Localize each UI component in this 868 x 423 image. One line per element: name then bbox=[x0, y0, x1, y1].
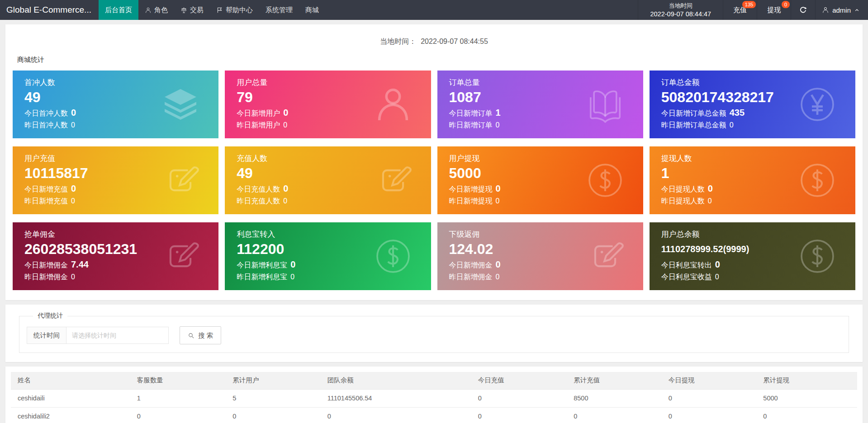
stat-card: 首冲人数 49 今日首冲人数0 昨日首冲人数0 bbox=[13, 70, 218, 138]
table-cell: 8500 bbox=[567, 389, 662, 407]
stat-card-line3-label: 昨日新增用户 bbox=[237, 121, 280, 129]
stat-card-line2-value: 1 bbox=[496, 108, 501, 118]
stat-card-line3: 昨日新增提现0 bbox=[449, 195, 631, 207]
table-cell: 0 bbox=[471, 389, 567, 407]
stat-card-line3-value: 0 bbox=[715, 273, 719, 281]
stat-card-title: 用户提现 bbox=[449, 154, 631, 164]
stat-card-title: 用户总量 bbox=[237, 78, 419, 88]
stat-card: 用户充值 10115817 今日新增充值0 昨日新增充值0 bbox=[13, 146, 218, 214]
stat-card-line2-value: 435 bbox=[730, 108, 745, 118]
refresh-button[interactable] bbox=[791, 0, 815, 20]
stat-card-line3: 昨日新增利息宝0 bbox=[237, 271, 419, 283]
table-header-cell: 累计充值 bbox=[567, 372, 662, 389]
stat-card-line3-label: 昨日提现人数 bbox=[661, 197, 705, 205]
table-cell: 0 bbox=[567, 407, 662, 423]
stat-card-title: 订单总金额 bbox=[661, 78, 844, 88]
stat-card-line2-value: 0 bbox=[708, 183, 713, 193]
stat-cards-grid: 首冲人数 49 今日首冲人数0 昨日首冲人数0 用户总量 79 今日新增用户0 … bbox=[5, 65, 863, 300]
stat-card-line2: 今日新增利息宝0 bbox=[237, 258, 419, 271]
stat-card-value: 79 bbox=[237, 89, 419, 106]
withdraw-button[interactable]: 提现 0 bbox=[757, 0, 791, 20]
withdraw-label: 提现 bbox=[767, 6, 781, 14]
stat-card-line2-value: 0 bbox=[290, 259, 295, 269]
stat-card: 用户提现 5000 今日新增提现0 昨日新增提现0 bbox=[437, 146, 643, 214]
stat-card-title: 提现人数 bbox=[661, 154, 844, 164]
stat-card-line2: 今日新增充值0 bbox=[24, 183, 207, 195]
navbar-local-time: 当地时间 2022-09-07 08:44:47 bbox=[638, 0, 723, 20]
nav-item-label: 后台首页 bbox=[105, 0, 132, 20]
nav-item-label: 商城 bbox=[305, 0, 319, 20]
stat-card-line3-value: 0 bbox=[496, 273, 500, 281]
stat-card-line3: 昨日新增用户0 bbox=[237, 119, 419, 131]
stat-card-line2: 今日利息宝转出0 bbox=[661, 258, 844, 271]
table-cell: 0 bbox=[756, 407, 857, 423]
stat-card-line2-label: 今日新增提现 bbox=[449, 185, 493, 193]
panel-local-time: 当地时间：2022-09-07 08:44:55 bbox=[5, 24, 863, 47]
stat-card: 订单总量 1087 今日新增订单1 昨日新增订单0 bbox=[437, 70, 643, 138]
stat-card-line2-label: 今日新增充值 bbox=[24, 185, 68, 193]
agent-stats-panel: 代理统计 统计时间 搜 索 bbox=[5, 305, 863, 362]
nav-item[interactable]: 交易 bbox=[174, 0, 210, 20]
stat-card-title: 抢单佣金 bbox=[24, 230, 207, 240]
table-cell: 0 bbox=[662, 407, 757, 423]
search-icon bbox=[188, 332, 194, 339]
nav-item[interactable]: 帮助中心 bbox=[210, 0, 259, 20]
table-cell: 5 bbox=[226, 389, 321, 407]
stat-card-line2: 今日新增用户0 bbox=[237, 107, 419, 119]
stat-card-line2-label: 今日利息宝转出 bbox=[661, 261, 712, 269]
nav-item[interactable]: 角色 bbox=[138, 0, 174, 20]
nav-item-label: 帮助中心 bbox=[226, 0, 253, 20]
brand-title: Global E-Commerce... bbox=[0, 0, 99, 20]
nav-item[interactable]: 系统管理 bbox=[259, 0, 299, 20]
stat-card-line3-label: 昨日新增提现 bbox=[449, 197, 493, 205]
stat-card-value: 5000 bbox=[449, 164, 631, 182]
stats-overview-panel: 当地时间：2022-09-07 08:44:55 商城统计 首冲人数 49 今日… bbox=[5, 24, 863, 300]
person-icon bbox=[145, 7, 152, 14]
stat-card-line3-label: 昨日首冲人数 bbox=[24, 121, 68, 129]
admin-menu[interactable]: admin bbox=[815, 0, 868, 20]
stat-card-line2-value: 0 bbox=[715, 259, 720, 269]
navbar-right: 当地时间 2022-09-07 08:44:47 充值 135 提现 0 adm… bbox=[638, 0, 868, 20]
stat-card-line3-label: 昨日新增订单 bbox=[449, 121, 493, 129]
search-button[interactable]: 搜 索 bbox=[180, 326, 221, 344]
stat-card-title: 首冲人数 bbox=[24, 78, 207, 88]
nav-item[interactable]: 商城 bbox=[299, 0, 325, 20]
stat-time-input[interactable] bbox=[66, 327, 169, 344]
stat-card-line3-label: 昨日新增佣金 bbox=[24, 273, 68, 281]
table-row: ceshidalili2 0 0 0 0 0 0 0 bbox=[11, 407, 857, 423]
stat-card-line2: 今日提现人数0 bbox=[661, 183, 844, 195]
stat-card-line2-value: 7.44 bbox=[71, 259, 89, 269]
table-header-cell: 累计提现 bbox=[756, 372, 857, 389]
stat-card-line3-label: 昨日新增充值 bbox=[24, 197, 68, 205]
stat-card-line3-label: 昨日新增佣金 bbox=[449, 273, 493, 281]
stat-card-line3-label: 今日利息宝收益 bbox=[661, 273, 712, 281]
table-cell: 0 bbox=[130, 407, 226, 423]
stat-card-line3: 昨日新增充值0 bbox=[24, 195, 207, 207]
stat-card-line2-value: 0 bbox=[71, 108, 76, 118]
stat-card-line2-label: 今日提现人数 bbox=[661, 185, 705, 193]
stat-card-title: 充值人数 bbox=[237, 154, 419, 164]
table-cell: 0 bbox=[471, 407, 567, 423]
recharge-button[interactable]: 充值 135 bbox=[723, 0, 757, 20]
search-button-label: 搜 索 bbox=[198, 331, 213, 340]
stat-card-line2-label: 今日新增订单总金额 bbox=[661, 109, 726, 117]
stat-card-value: 49 bbox=[237, 164, 419, 182]
nav-item[interactable]: 后台首页 bbox=[99, 0, 138, 20]
stat-card-title: 下级返佣 bbox=[449, 230, 631, 240]
recharge-badge: 135 bbox=[742, 1, 756, 8]
stat-card-line2: 今日首冲人数0 bbox=[24, 107, 207, 119]
table-header-cell: 今日充值 bbox=[471, 372, 567, 389]
table-header-cell: 姓名 bbox=[11, 372, 130, 389]
stat-card-line2-label: 今日新增订单 bbox=[449, 109, 493, 117]
stat-card-line3: 昨日新增订单总金额0 bbox=[661, 119, 844, 131]
stat-card: 用户总量 79 今日新增用户0 昨日新增用户0 bbox=[225, 70, 431, 138]
stat-card-title: 用户总余额 bbox=[661, 230, 844, 240]
stat-card-line2-label: 今日新增用户 bbox=[237, 109, 280, 117]
nav-item-label: 系统管理 bbox=[266, 0, 293, 20]
stat-card-line3-value: 0 bbox=[283, 121, 287, 129]
table-cell: 5000 bbox=[756, 389, 857, 407]
agent-stats-fieldset: 代理统计 统计时间 搜 索 bbox=[19, 312, 849, 353]
stat-card-line2-label: 今日新增佣金 bbox=[449, 261, 493, 269]
stat-card-line3-value: 0 bbox=[496, 197, 500, 205]
nav-item-label: 交易 bbox=[190, 0, 204, 20]
